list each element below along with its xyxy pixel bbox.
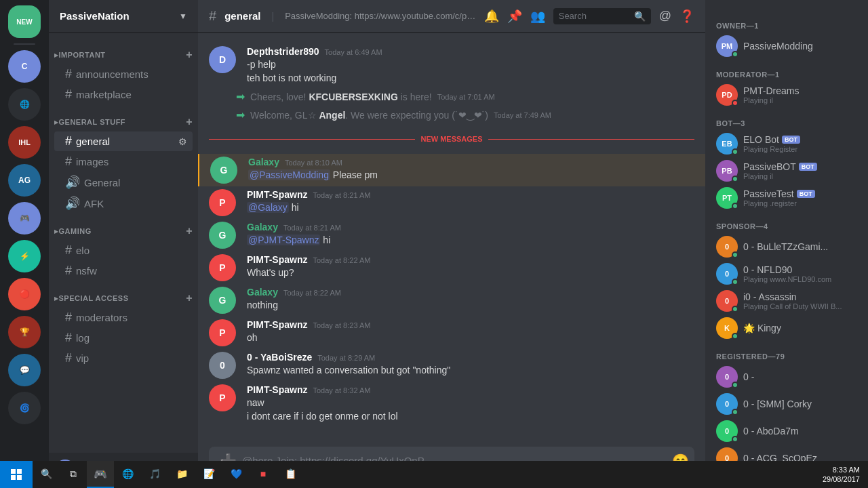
taskbar-explorer[interactable]: 📁 — [168, 461, 195, 488]
channel-nsfw[interactable]: # nsfw — [54, 261, 193, 281]
channel-label: AFK — [84, 198, 104, 209]
channel-label: general — [76, 136, 110, 147]
category-special-access[interactable]: ▸ SPECIAL ACCESS + — [49, 281, 198, 307]
gear-icon[interactable]: ⚙ — [178, 136, 187, 147]
member-item[interactable]: PD PMT-Dreams Playing il — [711, 81, 863, 108]
members-icon[interactable]: 👥 — [530, 9, 545, 24]
hash-icon: # — [65, 264, 72, 278]
member-name: i0 - Assassin — [743, 291, 797, 302]
channel-images[interactable]: # images — [54, 152, 193, 171]
search-input[interactable] — [559, 11, 631, 21]
server-icon-globe[interactable]: 🌐 — [8, 88, 41, 121]
avatar: G — [209, 222, 236, 249]
member-item[interactable]: PB PassiveBOTBOT Playing il — [711, 157, 863, 184]
taskbar-red[interactable]: ■ — [250, 461, 277, 488]
server-icon-c[interactable]: C — [8, 50, 41, 83]
taskbar-vscode[interactable]: 💙 — [222, 461, 250, 488]
message-content: PIMT-Spawnz Today at 8:32 AM naw i dont … — [247, 384, 694, 423]
chevron-down-icon: ▼ — [179, 12, 187, 21]
add-channel-icon[interactable]: + — [186, 292, 193, 304]
server-icon-ag[interactable]: AG — [8, 164, 41, 197]
search-box[interactable]: 🔍 — [553, 8, 651, 24]
taskbar-chrome[interactable]: 🌐 — [114, 461, 141, 488]
channel-marketplace[interactable]: # marketplace — [54, 85, 193, 104]
taskbar-notepad[interactable]: 📝 — [195, 461, 222, 488]
add-channel-icon[interactable]: + — [186, 49, 193, 61]
taskbar-spotify[interactable]: 🎵 — [141, 461, 168, 488]
channel-general[interactable]: # general ⚙ — [54, 131, 193, 151]
message-group: P PIMT-Spawnz Today at 8:21 AM @Galaxy h… — [198, 186, 705, 219]
pin-icon[interactable]: 📌 — [507, 9, 522, 24]
server-icon-9[interactable]: 💬 — [8, 354, 41, 386]
member-item[interactable]: 0 i0 - Assassin Playing Call of Duty WWI… — [711, 287, 863, 314]
member-category-registered: REGISTERED—79 — [711, 342, 863, 363]
member-item[interactable]: PM PassiveModding — [711, 33, 863, 60]
member-item[interactable]: EB ELO BotBOT Playing Register — [711, 130, 863, 157]
taskbar-app2[interactable]: 📋 — [277, 461, 304, 488]
member-item[interactable]: PT PassiveTestBOT Playing .register — [711, 184, 863, 211]
add-channel-icon[interactable]: + — [186, 116, 193, 128]
member-item[interactable]: K 🌟 Kingy — [711, 314, 863, 342]
message-text: naw — [247, 396, 694, 410]
search-icon: 🔍 — [634, 11, 646, 22]
channel-header: # general | PassiveModding: https://www.… — [198, 0, 705, 33]
avatar: 0 — [716, 366, 738, 388]
help-icon[interactable]: ❓ — [679, 9, 694, 24]
category-gaming[interactable]: ▸ GAMING + — [49, 214, 198, 240]
server-icon-8[interactable]: 🏆 — [8, 316, 41, 348]
message-author[interactable]: PIMT-Spawnz — [247, 189, 307, 200]
channel-elo[interactable]: # elo — [54, 241, 193, 260]
channel-afk[interactable]: 🔊 AFK — [54, 193, 193, 214]
message-author[interactable]: PIMT-Spawnz — [247, 254, 307, 265]
category-general-stuff[interactable]: ▸ GENERAL STUFF + — [49, 105, 198, 131]
server-icon-ihl[interactable]: IHL — [8, 126, 41, 159]
channel-log[interactable]: # log — [54, 328, 193, 348]
category-important[interactable]: ▸ IMPORTANT + — [49, 38, 198, 64]
mention[interactable]: @Galaxy — [247, 202, 289, 213]
message-header: Depthstrider890 Today at 6:49 AM — [247, 46, 694, 57]
member-item[interactable]: 0 0 - — [711, 363, 863, 390]
member-item[interactable]: 0 0 - NFLD90 Playing www.NFLD90.com — [711, 260, 863, 287]
mention[interactable]: @PassiveModding — [248, 169, 330, 180]
channel-announcements[interactable]: # announcements — [54, 64, 193, 84]
taskbar-search[interactable]: 🔍 — [33, 461, 60, 488]
status-online-dot — [732, 382, 738, 388]
message-timestamp: Today at 7:01 AM — [437, 93, 495, 101]
server-name[interactable]: PassiveNation ▼ — [49, 0, 198, 33]
message-author[interactable]: Galaxy — [248, 157, 279, 167]
message-author[interactable]: Depthstrider890 — [247, 46, 319, 57]
message-header: PIMT-Spawnz Today at 8:21 AM — [247, 189, 694, 200]
message-author[interactable]: PIMT-Spawnz — [247, 384, 307, 395]
server-icon-new[interactable]: NEW — [8, 5, 41, 38]
message-author[interactable]: PIMT-Spawnz — [247, 319, 307, 330]
channel-vip[interactable]: # vip — [54, 348, 193, 368]
message-timestamp: Today at 6:49 AM — [325, 48, 382, 56]
member-status: Playing www.NFLD90.com — [743, 275, 857, 283]
message-author[interactable]: 0 - YaBoiSreze — [247, 352, 312, 363]
volume-icon: 🔊 — [65, 196, 80, 211]
mention[interactable]: @PJMT-Spawnz — [247, 235, 320, 245]
message-text: oh — [247, 331, 694, 345]
channel-moderators[interactable]: # moderators — [54, 308, 193, 327]
member-item[interactable]: 0 0 - AboDa7m — [711, 418, 863, 445]
message-header: Galaxy Today at 8:22 AM — [247, 287, 694, 298]
server-icon-10[interactable]: 🌀 — [8, 392, 41, 424]
add-channel-icon[interactable]: + — [186, 225, 193, 237]
at-icon[interactable]: @ — [659, 9, 671, 23]
channel-general-voice[interactable]: 🔊 General — [54, 172, 193, 192]
server-icon-7[interactable]: 🔴 — [8, 278, 41, 310]
start-button[interactable] — [0, 461, 33, 488]
taskbar-time: 8:33 AM 29/08/2017 — [823, 465, 860, 485]
member-item[interactable]: 0 0 - [SMM] Corky — [711, 390, 863, 418]
taskbar-discord[interactable]: 🎮 — [87, 461, 114, 488]
message-author[interactable]: Galaxy — [247, 222, 278, 232]
divider-line — [488, 139, 694, 140]
bell-icon[interactable]: 🔔 — [484, 9, 499, 24]
message-author[interactable]: Galaxy — [247, 287, 278, 298]
server-icon-5[interactable]: 🎮 — [8, 202, 41, 235]
taskbar-task-view[interactable]: ⧉ — [60, 461, 87, 488]
server-icon-6[interactable]: ⚡ — [8, 240, 41, 272]
message-text: i dont care if i do get onme or not lol — [247, 410, 694, 424]
category-label: IMPORTANT — [59, 51, 106, 59]
member-item[interactable]: 0 0 - BuLleTZzGami... — [711, 233, 863, 260]
